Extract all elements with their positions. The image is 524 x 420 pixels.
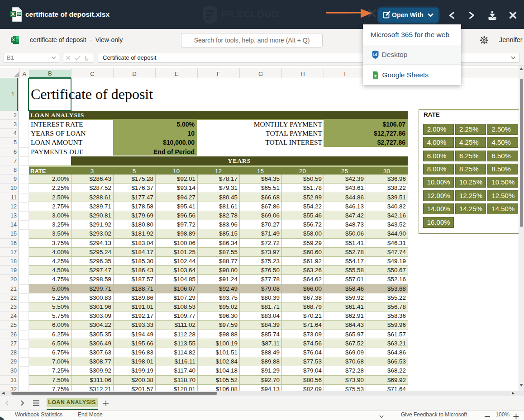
svg-text:X: X	[12, 37, 15, 42]
svg-text:X: X	[11, 11, 15, 17]
